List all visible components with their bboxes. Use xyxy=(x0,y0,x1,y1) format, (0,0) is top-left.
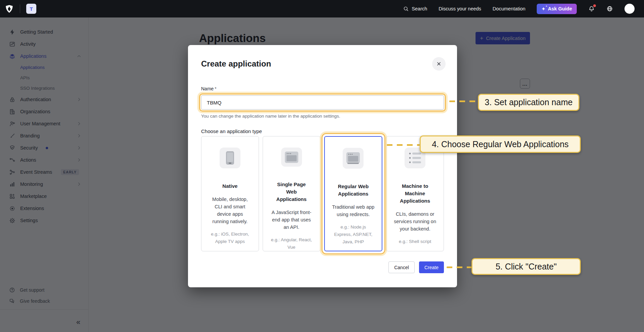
card-title: Regular Web Applications xyxy=(333,183,373,198)
application-type-label: Choose an application type xyxy=(201,128,262,134)
callout-choose-regular-web: 4. Choose Regular Web Applications xyxy=(420,135,581,153)
discuss-your-needs-link[interactable]: Discuss your needs xyxy=(439,6,481,11)
regular-web-icon-tile xyxy=(343,148,364,169)
card-title: Machine to Machine Applications xyxy=(395,182,435,205)
card-title: Single Page Web Applications xyxy=(271,181,312,203)
card-examples: e.g.: Angular, React, Vue xyxy=(269,236,314,251)
card-examples: e.g.: Node.js Express, ASP.NET, Java, PH… xyxy=(331,223,375,246)
tenant-switcher[interactable]: T xyxy=(26,4,36,14)
search-label: Search xyxy=(412,6,427,11)
ask-guide-label: Ask Guide xyxy=(548,6,572,11)
card-machine-to-machine[interactable]: Machine to Machine Applications CLIs, da… xyxy=(386,136,444,251)
documentation-label: Documentation xyxy=(493,6,526,11)
ask-guide-button[interactable]: ✦+ Ask Guide xyxy=(537,4,577,14)
browser-window-icon xyxy=(346,152,361,165)
create-button[interactable]: Create xyxy=(419,261,444,273)
application-type-cards: Native Mobile, desktop, CLI and smart de… xyxy=(201,136,444,251)
phone-icon xyxy=(223,151,237,165)
globe-icon xyxy=(606,5,613,12)
notification-dot xyxy=(593,4,596,7)
auth0-logo-icon[interactable] xyxy=(5,4,14,13)
user-avatar[interactable] xyxy=(624,4,635,14)
language-button[interactable] xyxy=(606,5,613,12)
callout-click-create: 5. Click "Create" xyxy=(471,258,581,275)
documentation-link[interactable]: Documentation xyxy=(493,6,526,11)
navbar-left: T xyxy=(0,4,36,14)
card-description: CLIs, daemons or services running on you… xyxy=(394,210,436,233)
cancel-button[interactable]: Cancel xyxy=(388,261,415,273)
name-help-text: You can change the application name late… xyxy=(201,114,340,119)
card-native[interactable]: Native Mobile, desktop, CLI and smart de… xyxy=(201,136,259,251)
navbar-divider xyxy=(20,4,20,13)
close-icon xyxy=(436,61,442,67)
search-icon xyxy=(403,6,409,12)
callout-connector-4 xyxy=(387,144,420,146)
browser-window-icon xyxy=(284,151,299,164)
server-list-icon xyxy=(408,152,422,164)
notifications-button[interactable] xyxy=(588,5,595,12)
app-root: T Search Discuss your needs Documentatio… xyxy=(0,0,644,332)
native-icon-tile xyxy=(220,148,240,168)
modal-title: Create application xyxy=(201,59,271,69)
card-description: Mobile, desktop, CLI and smart device ap… xyxy=(209,196,251,225)
card-single-page-web[interactable]: Single Page Web Applications A JavaScrip… xyxy=(263,136,320,251)
application-name-input[interactable] xyxy=(201,95,444,110)
callout-set-application-name: 3. Set application name xyxy=(478,94,579,111)
name-field-label: Name* xyxy=(201,86,217,91)
modal-close-button[interactable] xyxy=(432,57,446,71)
card-examples: e.g.: iOS, Electron, Apple TV apps xyxy=(208,231,252,245)
card-regular-web[interactable]: Regular Web Applications Traditional web… xyxy=(324,136,383,251)
card-description: Traditional web app using redirects. xyxy=(332,203,374,218)
create-application-modal: Create application Name* You can change … xyxy=(188,45,457,287)
name-label-text: Name xyxy=(201,86,214,91)
top-navbar: T Search Discuss your needs Documentatio… xyxy=(0,0,644,17)
navbar-right: Search Discuss your needs Documentation … xyxy=(403,4,644,14)
modal-footer: Cancel Create xyxy=(388,261,444,273)
card-examples: e.g.: Shell script xyxy=(399,238,431,245)
spa-icon-tile xyxy=(281,148,302,167)
callout-connector-3 xyxy=(449,100,478,102)
card-description: A JavaScript front-end app that uses an … xyxy=(270,209,313,231)
required-asterisk: * xyxy=(215,86,216,91)
sparkle-icon: ✦+ xyxy=(541,7,545,11)
callout-connector-5 xyxy=(447,266,471,268)
card-title: Native xyxy=(222,182,237,190)
discuss-label: Discuss your needs xyxy=(439,6,481,11)
search-button[interactable]: Search xyxy=(403,6,427,12)
